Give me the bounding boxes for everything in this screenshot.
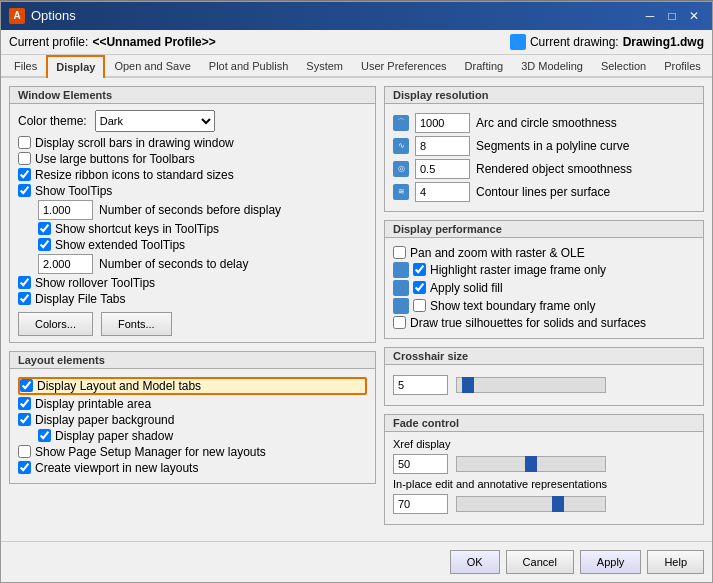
drawing-info: Current drawing: Drawing1.dwg (510, 34, 704, 50)
color-theme-row: Color theme: Dark Light (18, 110, 367, 132)
inplace-row (393, 494, 695, 514)
ok-button[interactable]: OK (450, 550, 500, 574)
tab-display[interactable]: Display (46, 55, 105, 78)
scroll-bars-label: Display scroll bars in drawing window (35, 136, 234, 150)
polyline-label: Segments in a polyline curve (476, 139, 629, 153)
tab-profiles[interactable]: Profiles (655, 55, 710, 76)
arc-smoothness-input[interactable] (415, 113, 470, 133)
text-boundary-icon (393, 298, 409, 314)
apply-button[interactable]: Apply (580, 550, 642, 574)
text-boundary-checkbox[interactable] (413, 299, 426, 312)
tab-files[interactable]: Files (5, 55, 46, 76)
color-theme-select[interactable]: Dark Light (95, 110, 215, 132)
rollover-tooltips-checkbox[interactable] (18, 276, 31, 289)
page-setup-checkbox[interactable] (18, 445, 31, 458)
layout-model-tabs-row: Display Layout and Model tabs (18, 377, 367, 395)
polyline-row: ∿ Segments in a polyline curve (393, 136, 695, 156)
options-dialog: A Options ─ □ ✕ Current profile: <<Unnam… (0, 1, 713, 583)
crosshair-section: Crosshair size (384, 347, 704, 406)
show-tooltips-checkbox[interactable] (18, 184, 31, 197)
crosshair-body (385, 365, 703, 405)
seconds-delay-input[interactable] (38, 254, 93, 274)
tab-user-prefs[interactable]: User Preferences (352, 55, 456, 76)
contour-row: ≋ Contour lines per surface (393, 182, 695, 202)
window-elements-section: Window Elements Color theme: Dark Light … (9, 86, 376, 343)
tabs-bar: Files Display Open and Save Plot and Pub… (1, 55, 712, 78)
polyline-icon: ∿ (393, 138, 409, 154)
layout-model-tabs-checkbox[interactable] (20, 379, 33, 392)
seconds-delay-row: Number of seconds to delay (38, 254, 367, 274)
tab-drafting[interactable]: Drafting (456, 55, 513, 76)
main-content: Window Elements Color theme: Dark Light … (1, 78, 712, 541)
page-setup-row: Show Page Setup Manager for new layouts (18, 445, 367, 459)
xref-row (393, 454, 695, 474)
paper-background-checkbox[interactable] (18, 413, 31, 426)
pan-zoom-checkbox[interactable] (393, 246, 406, 259)
current-drawing-value: Drawing1.dwg (623, 35, 704, 49)
create-viewport-checkbox[interactable] (18, 461, 31, 474)
window-controls: ─ □ ✕ (640, 8, 704, 24)
minimize-button[interactable]: ─ (640, 8, 660, 24)
true-silhouettes-checkbox[interactable] (393, 316, 406, 329)
file-tabs-checkbox[interactable] (18, 292, 31, 305)
paper-shadow-checkbox[interactable] (38, 429, 51, 442)
shortcut-keys-checkbox[interactable] (38, 222, 51, 235)
xref-input[interactable] (393, 454, 448, 474)
fade-control-body: Xref display In-place edit and annotativ… (385, 432, 703, 524)
left-panel: Window Elements Color theme: Dark Light … (9, 86, 376, 533)
seconds-before-input[interactable] (38, 200, 93, 220)
paper-background-row: Display paper background (18, 413, 367, 427)
cancel-button[interactable]: Cancel (506, 550, 574, 574)
display-performance-body: Pan and zoom with raster & OLE Highlight… (385, 238, 703, 338)
highlight-raster-label: Highlight raster image frame only (430, 263, 606, 277)
resize-ribbon-row: Resize ribbon icons to standard sizes (18, 168, 367, 182)
crosshair-input[interactable] (393, 375, 448, 395)
tab-selection[interactable]: Selection (592, 55, 655, 76)
title-bar: A Options ─ □ ✕ (1, 2, 712, 30)
help-button[interactable]: Help (647, 550, 704, 574)
printable-area-row: Display printable area (18, 397, 367, 411)
dialog-title: Options (31, 8, 76, 23)
inplace-slider[interactable] (456, 496, 606, 512)
true-silhouettes-row: Draw true silhouettes for solids and sur… (393, 316, 695, 330)
tab-system[interactable]: System (297, 55, 352, 76)
profile-info: Current profile: <<Unnamed Profile>> (9, 35, 216, 49)
extended-tooltips-checkbox[interactable] (38, 238, 51, 251)
rendered-input[interactable] (415, 159, 470, 179)
rendered-row: ◎ Rendered object smoothness (393, 159, 695, 179)
polyline-input[interactable] (415, 136, 470, 156)
current-drawing-label: Current drawing: (530, 35, 619, 49)
layout-model-tabs-label: Display Layout and Model tabs (37, 379, 201, 393)
seconds-before-label: Number of seconds before display (99, 203, 281, 217)
contour-input[interactable] (415, 182, 470, 202)
text-boundary-label: Show text boundary frame only (430, 299, 595, 313)
extended-tooltips-row: Show extended ToolTips (38, 238, 367, 252)
fonts-button[interactable]: Fonts... (101, 312, 172, 336)
maximize-button[interactable]: □ (662, 8, 682, 24)
crosshair-slider[interactable] (456, 377, 606, 393)
large-buttons-checkbox[interactable] (18, 152, 31, 165)
close-button[interactable]: ✕ (684, 8, 704, 24)
xref-label: Xref display (393, 438, 695, 450)
tab-open-save[interactable]: Open and Save (105, 55, 199, 76)
apply-solid-checkbox[interactable] (413, 281, 426, 294)
apply-solid-icon (393, 280, 409, 296)
app-icon: A (9, 8, 25, 24)
seconds-before-row: Number of seconds before display (38, 200, 367, 220)
printable-area-checkbox[interactable] (18, 397, 31, 410)
printable-area-label: Display printable area (35, 397, 151, 411)
colors-button[interactable]: Colors... (18, 312, 93, 336)
rollover-tooltips-row: Show rollover ToolTips (18, 276, 367, 290)
highlight-raster-checkbox[interactable] (413, 263, 426, 276)
scroll-bars-checkbox[interactable] (18, 136, 31, 149)
tab-3d-modeling[interactable]: 3D Modeling (512, 55, 592, 76)
tab-plot-publish[interactable]: Plot and Publish (200, 55, 298, 76)
rollover-tooltips-label: Show rollover ToolTips (35, 276, 155, 290)
window-elements-title: Window Elements (10, 87, 375, 104)
xref-slider[interactable] (456, 456, 606, 472)
contour-label: Contour lines per surface (476, 185, 610, 199)
profile-bar: Current profile: <<Unnamed Profile>> Cur… (1, 30, 712, 55)
inplace-input[interactable] (393, 494, 448, 514)
resize-ribbon-checkbox[interactable] (18, 168, 31, 181)
shortcut-keys-row: Show shortcut keys in ToolTips (38, 222, 367, 236)
